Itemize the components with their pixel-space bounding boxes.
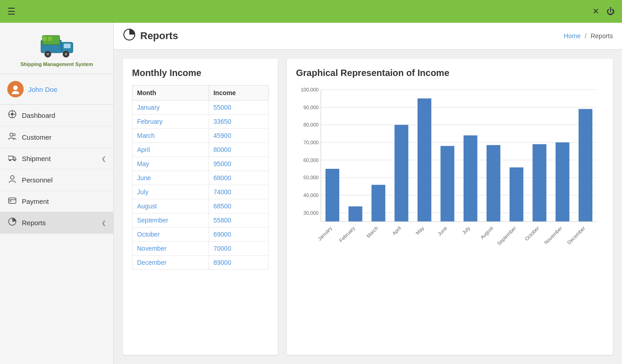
breadcrumb-home-link[interactable]: Home [564,32,581,40]
income-cell: 33650 [209,115,268,129]
income-card-title: Monthly Income [132,68,269,78]
month-cell: November [133,242,209,256]
bar-october[interactable] [533,144,546,222]
menu-button[interactable]: ☰ [7,6,15,17]
sidebar: Shipping Management System John Doe [0,23,114,364]
svg-text:80,000: 80,000 [303,122,318,127]
bar-november[interactable] [556,142,569,222]
svg-text:50,000: 50,000 [303,175,318,180]
svg-rect-8 [42,36,47,41]
breadcrumb: Home / Reports [564,32,613,40]
income-cell: 69000 [209,228,268,242]
chart-card: Graphical Representaion of Income 100,00… [287,59,613,355]
svg-rect-3 [64,44,71,48]
income-cell: 80000 [209,143,268,157]
table-row: May95000 [133,157,269,171]
shipment-icon [7,154,17,163]
month-cell: June [133,171,209,185]
main-layout: Shipping Management System John Doe [0,23,622,364]
income-cell: 70000 [209,242,268,256]
table-row: January55000 [133,101,269,115]
svg-text:60,000: 60,000 [303,157,318,163]
table-row: August68500 [133,199,269,213]
sidebar-logo: Shipping Management System [0,23,113,74]
breadcrumb-separator: / [585,32,588,40]
svg-point-5 [46,53,49,56]
bar-december[interactable] [579,109,592,222]
reports-chevron-icon: ❮ [102,220,106,226]
logo-icon [39,32,75,59]
col-month-header: Month [133,86,209,101]
svg-text:July: July [461,225,471,236]
svg-point-23 [10,176,14,179]
month-cell: January [133,101,209,115]
table-row: March45900 [133,129,269,143]
month-cell: May [133,157,209,171]
bar-march[interactable] [372,185,385,222]
sidebar-item-payment-label: Payment [22,197,49,205]
avatar [7,81,24,97]
dashboard-icon [7,110,17,121]
month-cell: December [133,256,209,270]
bar-august[interactable] [487,145,500,222]
bar-april[interactable] [394,125,408,222]
svg-text:March: March [366,225,379,239]
sidebar-item-dashboard[interactable]: Dashboard [0,105,113,126]
sidebar-item-payment[interactable]: Payment [0,191,113,212]
close-icon[interactable]: ✕ [592,6,599,16]
month-cell: March [133,129,209,143]
topbar-left: ☰ [7,6,15,17]
bar-june[interactable] [440,146,454,222]
income-cell: 55800 [209,213,268,228]
sidebar-item-personnel-label: Personnel [22,176,53,184]
table-row: September55800 [133,213,269,228]
user-section: John Doe [0,74,113,105]
table-row: April80000 [133,143,269,157]
chart-container: 100,00090,00080,00070,00060,00050,00040,… [296,85,604,249]
income-cell: 68000 [209,171,268,185]
income-table: Month Income January55000February33650Ma… [132,85,269,270]
svg-text:100,000: 100,000 [301,87,318,92]
svg-point-7 [65,53,67,56]
sidebar-item-shipment-label: Shipment [22,155,51,162]
income-cell: 55000 [209,101,268,115]
sidebar-item-customer-label: Customer [22,133,51,141]
topbar: ☰ ✕ ⏻ [0,0,622,23]
power-icon[interactable]: ⏻ [607,7,615,16]
bar-january[interactable] [326,169,339,222]
month-cell: April [133,143,209,157]
svg-rect-24 [9,198,16,203]
user-name: John Doe [28,86,57,93]
svg-text:May: May [414,225,425,236]
bar-may[interactable] [418,98,431,222]
logo-text: Shipping Management System [20,61,93,67]
breadcrumb-current: Reports [591,32,613,40]
month-cell: July [133,185,209,199]
sub-header: Reports Home / Reports [114,23,622,50]
sidebar-item-personnel[interactable]: Personnel [0,169,113,191]
table-row: July74000 [133,185,269,199]
svg-point-10 [13,86,18,90]
svg-rect-20 [8,156,13,160]
bar-july[interactable] [464,136,477,222]
monthly-income-card: Monthly Income Month Income January55000… [123,59,278,355]
sidebar-item-reports[interactable]: Reports ❮ [0,212,113,234]
reports-icon [7,217,17,228]
svg-text:August: August [479,225,495,240]
bar-september[interactable] [510,167,523,222]
sidebar-item-customer[interactable]: Customer [0,126,113,148]
table-row: June68000 [133,171,269,185]
svg-rect-9 [48,36,52,41]
customer-icon [7,132,17,142]
page-title-icon [123,28,136,44]
sidebar-item-reports-label: Reports [22,219,46,227]
svg-text:October: October [524,225,540,242]
table-row: October69000 [133,228,269,242]
content-body: Monthly Income Month Income January55000… [114,50,622,364]
bar-february[interactable] [348,207,362,222]
svg-text:70,000: 70,000 [303,140,318,145]
income-cell: 68500 [209,199,268,213]
sidebar-item-shipment[interactable]: Shipment ❮ [0,148,113,169]
table-row: February33650 [133,115,269,129]
payment-icon [7,197,17,206]
